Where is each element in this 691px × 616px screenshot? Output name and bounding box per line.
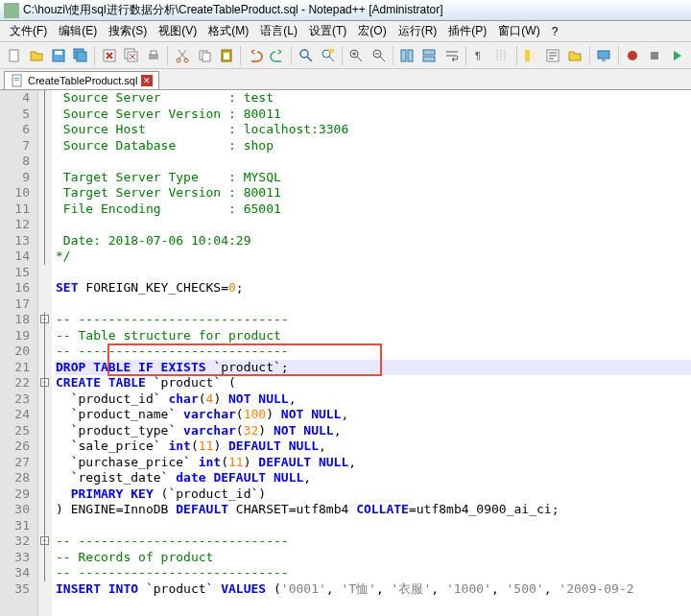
app-icon [4, 3, 19, 18]
zoom-in-icon[interactable] [346, 45, 367, 66]
zoom-out-icon[interactable] [369, 45, 389, 66]
svg-rect-2 [55, 51, 62, 55]
paste-icon[interactable] [216, 45, 236, 66]
save-icon[interactable] [48, 45, 68, 66]
close-icon[interactable] [99, 45, 119, 66]
wrap-icon[interactable] [441, 45, 462, 66]
line-number-gutter: 4567891011121314151617181920212223242526… [0, 90, 38, 616]
save-all-icon[interactable] [70, 45, 90, 66]
svg-rect-27 [532, 50, 536, 61]
menu-edit[interactable]: 编辑(E) [53, 23, 103, 39]
menu-view[interactable]: 视图(V) [153, 23, 203, 39]
svg-point-16 [300, 50, 308, 58]
function-list-icon[interactable] [543, 45, 563, 66]
menu-help[interactable]: ? [546, 25, 564, 38]
redo-icon[interactable] [267, 45, 287, 66]
cut-icon[interactable] [172, 45, 192, 66]
open-file-icon[interactable] [26, 45, 46, 66]
menu-file[interactable]: 文件(F) [4, 23, 53, 39]
monitor-icon[interactable] [594, 45, 614, 66]
menu-macro[interactable]: 宏(O) [352, 23, 392, 39]
menu-search[interactable]: 搜索(S) [103, 23, 153, 39]
folder-tree-icon[interactable] [565, 45, 585, 66]
sync-h-icon[interactable] [419, 45, 440, 66]
svg-rect-24 [423, 57, 435, 61]
svg-rect-4 [77, 52, 86, 61]
tab-close-icon[interactable]: ✕ [141, 75, 153, 86]
svg-rect-34 [14, 80, 19, 81]
svg-rect-22 [408, 50, 413, 61]
play-macro-icon[interactable] [667, 45, 687, 66]
svg-rect-26 [525, 50, 530, 61]
menu-settings[interactable]: 设置(T) [303, 23, 352, 39]
svg-rect-13 [203, 53, 210, 61]
tab-label: CreateTableProduct.sql [28, 75, 137, 86]
code-content[interactable]: Source Server : test Source Server Versi… [52, 90, 691, 616]
svg-rect-29 [598, 51, 609, 59]
svg-rect-9 [151, 51, 156, 55]
file-icon [11, 74, 24, 87]
code-editor[interactable]: 4567891011121314151617181920212223242526… [0, 90, 691, 616]
menu-bar: 文件(F) 编辑(E) 搜索(S) 视图(V) 格式(M) 语言(L) 设置(T… [0, 21, 691, 42]
replace-icon[interactable] [318, 45, 338, 66]
svg-rect-0 [10, 50, 18, 61]
window-title: C:\houzi\使用sql进行数据分析\CreateTableProduct.… [23, 2, 443, 18]
show-all-chars-icon[interactable]: ¶ [470, 45, 490, 66]
print-icon[interactable] [143, 45, 163, 66]
menu-run[interactable]: 运行(R) [393, 23, 443, 39]
tab-bar: CreateTableProduct.sql ✕ [0, 69, 691, 90]
svg-rect-23 [423, 50, 435, 55]
svg-point-30 [628, 51, 637, 60]
window-titlebar: C:\houzi\使用sql进行数据分析\CreateTableProduct.… [0, 0, 691, 21]
svg-text:¶: ¶ [475, 50, 481, 61]
fold-gutter[interactable]: −−− [38, 90, 52, 616]
copy-icon[interactable] [194, 45, 214, 66]
tab-active[interactable]: CreateTableProduct.sql ✕ [4, 71, 159, 89]
record-macro-icon[interactable] [623, 45, 643, 66]
svg-rect-33 [14, 78, 19, 79]
new-file-icon[interactable] [4, 45, 24, 66]
svg-rect-15 [224, 53, 229, 59]
menu-format[interactable]: 格式(M) [203, 23, 254, 39]
svg-rect-31 [651, 52, 658, 59]
sync-v-icon[interactable] [397, 45, 417, 66]
svg-rect-21 [401, 50, 406, 61]
find-icon[interactable] [296, 45, 316, 66]
svg-rect-18 [328, 49, 334, 53]
stop-macro-icon[interactable] [645, 45, 665, 66]
toolbar: ¶ [0, 42, 691, 69]
close-all-icon[interactable] [121, 45, 141, 66]
menu-language[interactable]: 语言(L) [254, 23, 303, 39]
undo-icon[interactable] [245, 45, 265, 66]
menu-plugins[interactable]: 插件(P) [442, 23, 492, 39]
menu-window[interactable]: 窗口(W) [492, 23, 545, 39]
doc-map-icon[interactable] [521, 45, 541, 66]
indent-guide-icon[interactable] [492, 45, 512, 66]
